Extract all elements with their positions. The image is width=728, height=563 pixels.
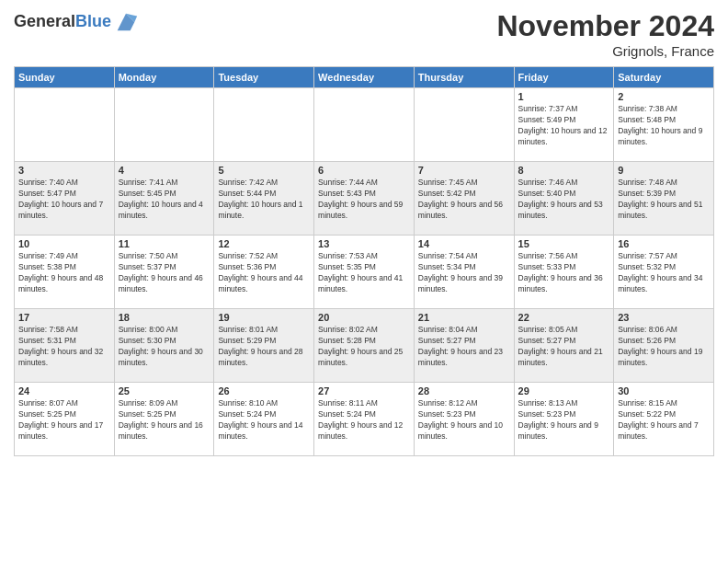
day-info: Sunrise: 7:53 AM Sunset: 5:35 PM Dayligh… (318, 251, 410, 295)
location: Grignols, France (496, 43, 714, 59)
logo: GeneralBlue (14, 9, 139, 35)
header-monday: Monday (114, 67, 214, 88)
table-cell: 22Sunrise: 8:05 AM Sunset: 5:27 PM Dayli… (514, 309, 614, 383)
day-number: 22 (518, 312, 610, 323)
day-info: Sunrise: 7:45 AM Sunset: 5:42 PM Dayligh… (418, 178, 510, 222)
day-info: Sunrise: 7:42 AM Sunset: 5:44 PM Dayligh… (218, 178, 310, 222)
table-cell: 11Sunrise: 7:50 AM Sunset: 5:37 PM Dayli… (114, 236, 214, 309)
table-cell: 10Sunrise: 7:49 AM Sunset: 5:38 PM Dayli… (15, 236, 115, 309)
day-number: 13 (318, 238, 410, 249)
day-info: Sunrise: 8:01 AM Sunset: 5:29 PM Dayligh… (218, 325, 310, 369)
table-cell: 8Sunrise: 7:46 AM Sunset: 5:40 PM Daylig… (514, 162, 614, 236)
header-tuesday: Tuesday (214, 67, 314, 88)
calendar-week-1: 1Sunrise: 7:37 AM Sunset: 5:49 PM Daylig… (15, 88, 714, 162)
table-cell: 19Sunrise: 8:01 AM Sunset: 5:29 PM Dayli… (214, 309, 314, 383)
calendar-week-5: 24Sunrise: 8:07 AM Sunset: 5:25 PM Dayli… (15, 383, 714, 456)
table-cell: 20Sunrise: 8:02 AM Sunset: 5:28 PM Dayli… (314, 309, 415, 383)
day-info: Sunrise: 8:13 AM Sunset: 5:23 PM Dayligh… (518, 398, 610, 442)
table-cell: 12Sunrise: 7:52 AM Sunset: 5:36 PM Dayli… (214, 236, 314, 309)
header-sunday: Sunday (15, 67, 115, 88)
day-info: Sunrise: 8:12 AM Sunset: 5:23 PM Dayligh… (418, 398, 510, 442)
table-cell: 28Sunrise: 8:12 AM Sunset: 5:23 PM Dayli… (414, 383, 514, 456)
day-number: 17 (18, 312, 110, 323)
table-cell: 23Sunrise: 8:06 AM Sunset: 5:26 PM Dayli… (614, 309, 714, 383)
calendar-week-4: 17Sunrise: 7:58 AM Sunset: 5:31 PM Dayli… (15, 309, 714, 383)
day-info: Sunrise: 8:05 AM Sunset: 5:27 PM Dayligh… (518, 325, 610, 369)
day-number: 5 (218, 165, 310, 176)
day-info: Sunrise: 8:10 AM Sunset: 5:24 PM Dayligh… (218, 398, 310, 442)
table-cell: 18Sunrise: 8:00 AM Sunset: 5:30 PM Dayli… (114, 309, 214, 383)
table-cell: 7Sunrise: 7:45 AM Sunset: 5:42 PM Daylig… (414, 162, 514, 236)
calendar-table: Sunday Monday Tuesday Wednesday Thursday… (14, 66, 714, 456)
table-cell: 24Sunrise: 8:07 AM Sunset: 5:25 PM Dayli… (15, 383, 115, 456)
day-info: Sunrise: 7:57 AM Sunset: 5:32 PM Dayligh… (618, 251, 710, 295)
day-info: Sunrise: 7:58 AM Sunset: 5:31 PM Dayligh… (18, 325, 110, 369)
day-info: Sunrise: 7:48 AM Sunset: 5:39 PM Dayligh… (618, 178, 710, 222)
day-info: Sunrise: 7:38 AM Sunset: 5:48 PM Dayligh… (618, 104, 710, 148)
day-number: 11 (119, 238, 210, 249)
day-number: 1 (518, 91, 610, 102)
table-cell (314, 88, 415, 162)
day-info: Sunrise: 8:07 AM Sunset: 5:25 PM Dayligh… (18, 398, 110, 442)
day-info: Sunrise: 7:56 AM Sunset: 5:33 PM Dayligh… (518, 251, 610, 295)
table-cell: 4Sunrise: 7:41 AM Sunset: 5:45 PM Daylig… (114, 162, 214, 236)
day-info: Sunrise: 8:11 AM Sunset: 5:24 PM Dayligh… (318, 398, 410, 442)
day-number: 3 (18, 165, 110, 176)
day-info: Sunrise: 7:49 AM Sunset: 5:38 PM Dayligh… (18, 251, 110, 295)
day-number: 23 (618, 312, 710, 323)
day-number: 12 (218, 238, 310, 249)
table-cell: 9Sunrise: 7:48 AM Sunset: 5:39 PM Daylig… (614, 162, 714, 236)
logo-icon (113, 9, 139, 35)
day-number: 8 (518, 165, 610, 176)
table-cell (15, 88, 115, 162)
day-number: 20 (318, 312, 410, 323)
table-cell: 16Sunrise: 7:57 AM Sunset: 5:32 PM Dayli… (614, 236, 714, 309)
day-number: 27 (318, 385, 410, 396)
table-cell: 30Sunrise: 8:15 AM Sunset: 5:22 PM Dayli… (614, 383, 714, 456)
day-number: 19 (218, 312, 310, 323)
day-info: Sunrise: 7:54 AM Sunset: 5:34 PM Dayligh… (418, 251, 510, 295)
header-wednesday: Wednesday (314, 67, 415, 88)
day-number: 6 (318, 165, 410, 176)
table-cell: 1Sunrise: 7:37 AM Sunset: 5:49 PM Daylig… (514, 88, 614, 162)
table-cell: 5Sunrise: 7:42 AM Sunset: 5:44 PM Daylig… (214, 162, 314, 236)
day-number: 7 (418, 165, 510, 176)
day-number: 30 (618, 385, 710, 396)
day-number: 14 (418, 238, 510, 249)
day-number: 15 (518, 238, 610, 249)
day-number: 16 (618, 238, 710, 249)
table-cell: 6Sunrise: 7:44 AM Sunset: 5:43 PM Daylig… (314, 162, 415, 236)
table-cell: 14Sunrise: 7:54 AM Sunset: 5:34 PM Dayli… (414, 236, 514, 309)
calendar-header-row: Sunday Monday Tuesday Wednesday Thursday… (15, 67, 714, 88)
day-number: 21 (418, 312, 510, 323)
day-number: 25 (119, 385, 210, 396)
day-info: Sunrise: 8:00 AM Sunset: 5:30 PM Dayligh… (119, 325, 210, 369)
table-cell: 26Sunrise: 8:10 AM Sunset: 5:24 PM Dayli… (214, 383, 314, 456)
table-cell: 3Sunrise: 7:40 AM Sunset: 5:47 PM Daylig… (15, 162, 115, 236)
day-info: Sunrise: 7:46 AM Sunset: 5:40 PM Dayligh… (518, 178, 610, 222)
day-info: Sunrise: 7:40 AM Sunset: 5:47 PM Dayligh… (18, 178, 110, 222)
day-number: 10 (18, 238, 110, 249)
table-cell (414, 88, 514, 162)
logo-general: GeneralBlue (14, 13, 111, 31)
day-number: 18 (119, 312, 210, 323)
day-number: 9 (618, 165, 710, 176)
page-header: GeneralBlue November 2024 Grignols, Fran… (14, 9, 714, 59)
table-cell: 25Sunrise: 8:09 AM Sunset: 5:25 PM Dayli… (114, 383, 214, 456)
day-info: Sunrise: 8:04 AM Sunset: 5:27 PM Dayligh… (418, 325, 510, 369)
table-cell: 21Sunrise: 8:04 AM Sunset: 5:27 PM Dayli… (414, 309, 514, 383)
day-number: 29 (518, 385, 610, 396)
header-friday: Friday (514, 67, 614, 88)
day-info: Sunrise: 7:44 AM Sunset: 5:43 PM Dayligh… (318, 178, 410, 222)
table-cell (114, 88, 214, 162)
day-info: Sunrise: 8:02 AM Sunset: 5:28 PM Dayligh… (318, 325, 410, 369)
day-info: Sunrise: 7:52 AM Sunset: 5:36 PM Dayligh… (218, 251, 310, 295)
calendar-week-2: 3Sunrise: 7:40 AM Sunset: 5:47 PM Daylig… (15, 162, 714, 236)
table-cell: 27Sunrise: 8:11 AM Sunset: 5:24 PM Dayli… (314, 383, 415, 456)
day-number: 2 (618, 91, 710, 102)
day-number: 24 (18, 385, 110, 396)
day-info: Sunrise: 7:50 AM Sunset: 5:37 PM Dayligh… (119, 251, 210, 295)
day-info: Sunrise: 7:41 AM Sunset: 5:45 PM Dayligh… (119, 178, 210, 222)
table-cell: 17Sunrise: 7:58 AM Sunset: 5:31 PM Dayli… (15, 309, 115, 383)
day-info: Sunrise: 8:09 AM Sunset: 5:25 PM Dayligh… (119, 398, 210, 442)
